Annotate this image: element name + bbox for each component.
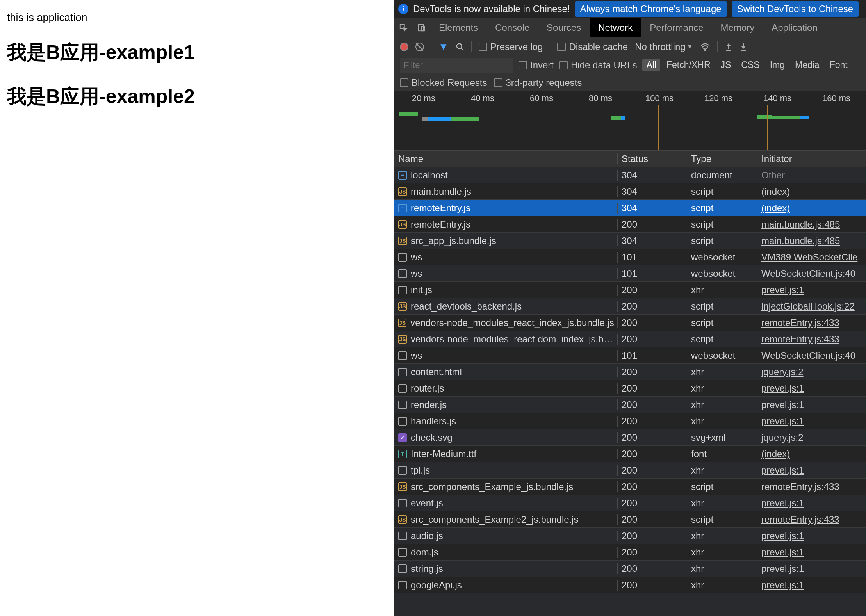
- table-row[interactable]: ws101websocketVM389 WebSocketClie: [394, 249, 866, 265]
- export-har-icon[interactable]: [739, 43, 747, 51]
- filter-type-all[interactable]: All: [642, 59, 660, 71]
- request-initiator-link[interactable]: prevel.js:1: [761, 563, 804, 574]
- table-row[interactable]: ws101websocketWebSocketClient.js:40: [394, 347, 866, 364]
- tab-console[interactable]: Console: [486, 18, 538, 37]
- throttling-dropdown[interactable]: No throttling ▼: [635, 41, 693, 52]
- filter-type-font[interactable]: Font: [826, 59, 852, 71]
- tab-application[interactable]: Application: [763, 18, 826, 37]
- table-row[interactable]: JSremoteEntry.js200scriptmain.bundle.js:…: [394, 216, 866, 233]
- disable-cache-checkbox[interactable]: Disable cache: [557, 41, 628, 52]
- request-initiator-link[interactable]: VM389 WebSocketClie: [761, 252, 857, 263]
- filter-icon[interactable]: ▼: [438, 41, 449, 53]
- table-row[interactable]: JSsrc_app_js.bundle.js304scriptmain.bund…: [394, 233, 866, 249]
- request-initiator-link[interactable]: remoteEntry.js:433: [761, 481, 839, 492]
- third-party-checkbox[interactable]: 3rd-party requests: [494, 77, 582, 88]
- request-name: content.html: [411, 367, 462, 377]
- request-initiator-link[interactable]: (index): [761, 186, 790, 197]
- switch-language-button[interactable]: Switch DevTools to Chinese: [732, 1, 859, 17]
- table-row[interactable]: string.js200xhrprevel.js:1: [394, 561, 866, 577]
- table-row[interactable]: router.js200xhrprevel.js:1: [394, 380, 866, 397]
- record-icon[interactable]: [400, 43, 408, 51]
- header-name[interactable]: Name: [394, 153, 618, 164]
- request-initiator-link[interactable]: prevel.js:1: [761, 531, 804, 541]
- table-row[interactable]: dom.js200xhrprevel.js:1: [394, 544, 866, 561]
- request-initiator-link[interactable]: main.bundle.js:485: [761, 235, 840, 246]
- match-language-button[interactable]: Always match Chrome's language: [575, 1, 727, 17]
- request-initiator-link[interactable]: prevel.js:1: [761, 547, 804, 558]
- request-initiator-link[interactable]: prevel.js:1: [761, 285, 804, 296]
- tab-sources[interactable]: Sources: [538, 18, 590, 37]
- request-initiator-link[interactable]: jquery.js:2: [761, 367, 804, 377]
- filter-type-css[interactable]: CSS: [737, 59, 763, 71]
- request-initiator-link[interactable]: jquery.js:2: [761, 432, 804, 443]
- request-initiator-link[interactable]: prevel.js:1: [761, 399, 804, 410]
- request-type: xhr: [687, 531, 757, 541]
- tab-elements[interactable]: Elements: [430, 18, 486, 37]
- request-initiator-link[interactable]: remoteEntry.js:433: [761, 317, 839, 328]
- table-row[interactable]: JSsrc_components_Example_js.bundle.js200…: [394, 479, 866, 495]
- request-initiator-link[interactable]: prevel.js:1: [761, 498, 804, 509]
- table-row[interactable]: TInter-Medium.ttf200font(index): [394, 446, 866, 462]
- table-row[interactable]: ≡remoteEntry.js304script(index): [394, 200, 866, 216]
- header-status[interactable]: Status: [618, 153, 687, 164]
- table-row[interactable]: content.html200xhrjquery.js:2: [394, 364, 866, 380]
- request-initiator-link[interactable]: remoteEntry.js:433: [761, 514, 839, 525]
- request-initiator-link[interactable]: prevel.js:1: [761, 580, 804, 591]
- preserve-log-checkbox[interactable]: Preserve log: [479, 41, 543, 52]
- header-initiator[interactable]: Initiator: [757, 153, 866, 164]
- tab-performance[interactable]: Performance: [641, 18, 712, 37]
- table-row[interactable]: event.js200xhrprevel.js:1: [394, 495, 866, 511]
- request-status: 200: [618, 465, 687, 476]
- import-har-icon[interactable]: [725, 43, 732, 51]
- table-row[interactable]: tpl.js200xhrprevel.js:1: [394, 462, 866, 479]
- table-row[interactable]: ≡localhost304documentOther: [394, 167, 866, 183]
- invert-checkbox[interactable]: Invert: [519, 60, 554, 71]
- search-icon[interactable]: [456, 43, 464, 51]
- table-row[interactable]: ws101websocketWebSocketClient.js:40: [394, 265, 866, 282]
- request-initiator-link[interactable]: prevel.js:1: [761, 465, 804, 476]
- filter-input[interactable]: [400, 58, 513, 73]
- filter-type-fetch-xhr[interactable]: Fetch/XHR: [663, 59, 714, 71]
- request-name: react_devtools_backend.js: [411, 301, 522, 312]
- request-initiator-link: Other: [761, 170, 785, 181]
- request-initiator-link[interactable]: prevel.js:1: [761, 416, 804, 427]
- table-row[interactable]: JSsrc_components_Example2_js.bundle.js20…: [394, 511, 866, 528]
- request-initiator-link[interactable]: prevel.js:1: [761, 383, 804, 394]
- table-row[interactable]: JSvendors-node_modules_react_index_js.bu…: [394, 315, 866, 331]
- request-initiator-link[interactable]: WebSocketClient.js:40: [761, 350, 855, 361]
- blocked-requests-checkbox[interactable]: Blocked Requests: [400, 77, 487, 88]
- table-row[interactable]: audio.js200xhrprevel.js:1: [394, 528, 866, 544]
- header-type[interactable]: Type: [687, 153, 757, 164]
- request-initiator-link[interactable]: injectGlobalHook.js:22: [761, 301, 855, 312]
- clear-icon[interactable]: [415, 43, 424, 51]
- table-row[interactable]: render.js200xhrprevel.js:1: [394, 397, 866, 413]
- js-file-icon: JS: [398, 335, 407, 344]
- request-initiator-link[interactable]: main.bundle.js:485: [761, 219, 840, 230]
- table-row[interactable]: googleApi.js200xhrprevel.js:1: [394, 577, 866, 593]
- request-status: 200: [618, 334, 687, 345]
- table-row[interactable]: check.svg200svg+xmljquery.js:2: [394, 429, 866, 446]
- request-initiator-link[interactable]: WebSocketClient.js:40: [761, 268, 855, 279]
- filter-type-media[interactable]: Media: [791, 59, 823, 71]
- request-initiator-link[interactable]: (index): [761, 203, 790, 214]
- filter-type-js[interactable]: JS: [717, 59, 735, 71]
- tab-network[interactable]: Network: [590, 18, 641, 37]
- table-row[interactable]: JSmain.bundle.js304script(index): [394, 183, 866, 200]
- device-toolbar-icon[interactable]: [412, 18, 430, 37]
- request-status: 304: [618, 203, 687, 214]
- filter-type-img[interactable]: Img: [766, 59, 789, 71]
- request-name: remoteEntry.js: [411, 219, 470, 230]
- network-conditions-icon[interactable]: [700, 43, 710, 51]
- request-initiator-link[interactable]: remoteEntry.js:433: [761, 334, 839, 345]
- table-row[interactable]: JSvendors-node_modules_react-dom_index_j…: [394, 331, 866, 347]
- table-row[interactable]: init.js200xhrprevel.js:1: [394, 282, 866, 298]
- table-row[interactable]: JSreact_devtools_backend.js200scriptinje…: [394, 298, 866, 315]
- request-type: script: [687, 301, 757, 312]
- devtools-tabbar: ElementsConsoleSourcesNetworkPerformance…: [394, 18, 866, 37]
- network-timeline[interactable]: 20 ms40 ms60 ms80 ms100 ms120 ms140 ms16…: [394, 91, 866, 151]
- inspect-element-icon[interactable]: [394, 18, 412, 37]
- table-row[interactable]: handlers.js200xhrprevel.js:1: [394, 413, 866, 429]
- hide-data-urls-checkbox[interactable]: Hide data URLs: [559, 60, 637, 71]
- tab-memory[interactable]: Memory: [712, 18, 763, 37]
- request-initiator-link[interactable]: (index): [761, 449, 790, 459]
